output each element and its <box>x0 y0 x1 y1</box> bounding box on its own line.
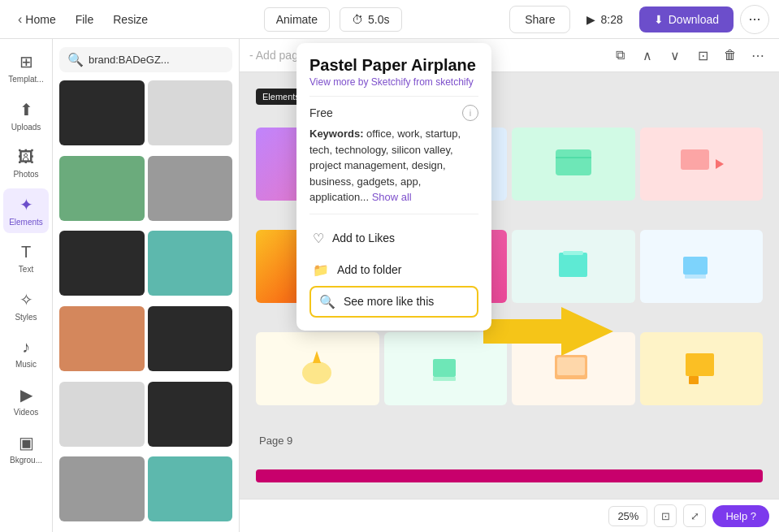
svg-rect-15 <box>433 359 456 377</box>
svg-rect-11 <box>683 257 708 275</box>
panel-thumb-5[interactable] <box>59 231 145 296</box>
home-button[interactable]: ‹ Home <box>10 7 64 32</box>
panel-thumb-4[interactable] <box>148 156 233 221</box>
info-icon[interactable]: i <box>462 105 478 121</box>
toolbar-icons: ⧉ ∧ ∨ ⊡ 🗑 ⋯ <box>608 44 769 67</box>
add-to-folder-label: Add to folder <box>337 263 401 276</box>
canvas-area: - Add page title ⧉ ∧ ∨ ⊡ 🗑 ⋯ Elements <box>240 39 779 532</box>
expand-button[interactable]: ⤢ <box>683 504 706 527</box>
show-all-link[interactable]: Show all <box>372 191 412 203</box>
keywords-label: Keywords: <box>309 128 363 140</box>
panel-thumb-3[interactable] <box>59 156 145 221</box>
chevron-down-button[interactable]: ∨ <box>664 44 686 67</box>
text-icon: T <box>21 243 31 262</box>
image-9[interactable] <box>256 332 379 405</box>
uploads-icon: ⬆ <box>19 100 33 119</box>
play-time: 8:28 <box>600 13 622 26</box>
left-panel: 🔍 <box>53 39 240 532</box>
popup-title: Pastel Paper Airplane <box>309 56 478 75</box>
videos-icon: ▶ <box>20 385 32 404</box>
sidebar-item-templates[interactable]: ⊞ Templat... <box>3 45 49 90</box>
delete-button[interactable]: 🗑 <box>719 44 742 67</box>
panel-thumb-7[interactable] <box>59 306 145 371</box>
page9-bar <box>256 469 763 482</box>
more-toolbar-button[interactable]: ⋯ <box>747 44 769 67</box>
bottom-bar: 25% ⊡ ⤢ Help ? <box>240 499 779 532</box>
panel-grid <box>53 77 239 532</box>
sidebar-label-text: Text <box>19 265 33 274</box>
sidebar-item-text[interactable]: T Text <box>3 236 49 280</box>
panel-thumb-2[interactable] <box>148 80 233 145</box>
svg-rect-7 <box>681 149 709 170</box>
sidebar-item-videos[interactable]: ▶ Videos <box>3 378 49 423</box>
background-icon: ▣ <box>19 433 34 452</box>
zoom-display[interactable]: 25% <box>608 506 647 526</box>
see-more-action[interactable]: 🔍 See more like this <box>309 286 478 318</box>
add-to-likes-action[interactable]: ♡ Add to Likes <box>309 223 478 254</box>
share-label: Share <box>525 13 555 26</box>
chevron-up-button[interactable]: ∧ <box>636 44 659 67</box>
panel-thumb-1[interactable] <box>59 80 145 145</box>
expand-icon: ⤢ <box>690 510 699 522</box>
file-label: File <box>76 13 94 26</box>
image-7[interactable] <box>512 230 635 303</box>
panel-thumb-11[interactable] <box>59 456 145 521</box>
duplicate-button[interactable]: ⊡ <box>691 44 714 67</box>
more-options-button[interactable]: ··· <box>740 5 769 34</box>
image-12[interactable] <box>640 332 764 405</box>
download-label: Download <box>669 13 719 26</box>
sidebar-label-templates: Templat... <box>8 75 43 84</box>
svg-rect-5 <box>556 149 591 175</box>
sidebar-item-photos[interactable]: 🖼 Photos <box>3 141 49 185</box>
image-8[interactable] <box>640 230 764 303</box>
sidebar-item-elements[interactable]: ✦ Elements <box>3 188 49 233</box>
fit-button[interactable]: ⊡ <box>654 504 677 527</box>
sidebar-label-uploads: Uploads <box>11 123 41 132</box>
search-input[interactable] <box>89 54 224 66</box>
panel-thumb-6[interactable] <box>148 231 233 296</box>
topbar-right: Share ▶ 8:28 ⬇ Download ··· <box>509 5 769 34</box>
fit-icon: ⊡ <box>661 510 670 522</box>
animate-button[interactable]: Animate <box>264 7 330 32</box>
image-4[interactable] <box>640 128 764 201</box>
panel-thumb-12[interactable] <box>148 456 233 521</box>
topbar: ‹ Home File Resize Animate ⏱ 5.0s Share … <box>0 0 779 39</box>
popup-keywords: Keywords: office, work, startup, tech, t… <box>309 126 478 205</box>
sidebar-item-styles[interactable]: ✧ Styles <box>3 283 49 328</box>
sidebar-item-uploads[interactable]: ⬆ Uploads <box>3 93 49 138</box>
search-more-icon: 🔍 <box>319 294 335 309</box>
panel-thumb-9[interactable] <box>59 382 145 447</box>
image-11[interactable] <box>512 332 635 405</box>
zoom-value: 25% <box>617 510 638 522</box>
copy-button[interactable]: ⧉ <box>608 44 631 67</box>
topbar-center: Animate ⏱ 5.0s <box>162 7 503 32</box>
play-button[interactable]: ▶ 8:28 <box>577 8 632 31</box>
topbar-left: ‹ Home File Resize <box>10 7 156 32</box>
heart-icon: ♡ <box>313 231 324 246</box>
download-button[interactable]: ⬇ Download <box>639 6 734 32</box>
photos-icon: 🖼 <box>18 148 34 167</box>
share-button[interactable]: Share <box>509 6 570 33</box>
image-3[interactable] <box>512 128 635 201</box>
popup-subtitle[interactable]: View more by Sketchify from sketchify <box>309 76 478 88</box>
search-bar[interactable]: 🔍 <box>59 47 232 72</box>
svg-rect-9 <box>559 253 587 277</box>
popup-divider-2 <box>309 214 478 214</box>
templates-icon: ⊞ <box>19 52 33 71</box>
svg-rect-16 <box>433 377 456 381</box>
duration-button[interactable]: ⏱ 5.0s <box>340 7 401 32</box>
image-grid-3 <box>256 332 763 405</box>
file-button[interactable]: File <box>67 8 102 31</box>
sidebar-item-background[interactable]: ▣ Bkgrou... <box>3 426 49 471</box>
help-button[interactable]: Help ? <box>712 505 769 527</box>
sidebar: ⊞ Templat... ⬆ Uploads 🖼 Photos ✦ Elemen… <box>0 39 53 532</box>
svg-rect-19 <box>686 353 714 376</box>
more-icon: ··· <box>748 11 760 28</box>
resize-button[interactable]: Resize <box>105 8 156 31</box>
add-to-folder-action[interactable]: 📁 Add to folder <box>309 254 478 286</box>
music-icon: ♪ <box>22 338 30 357</box>
panel-thumb-10[interactable] <box>148 382 233 447</box>
sidebar-item-music[interactable]: ♪ Music <box>3 331 49 375</box>
image-10[interactable] <box>384 332 508 405</box>
panel-thumb-8[interactable] <box>148 306 233 371</box>
